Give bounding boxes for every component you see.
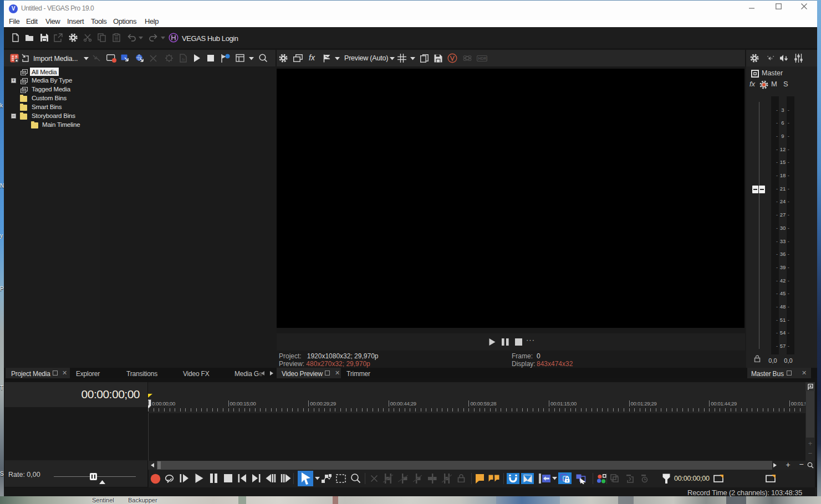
svg-text:HDR: HDR: [478, 56, 487, 60]
svg-text:fx: fx: [182, 58, 185, 61]
